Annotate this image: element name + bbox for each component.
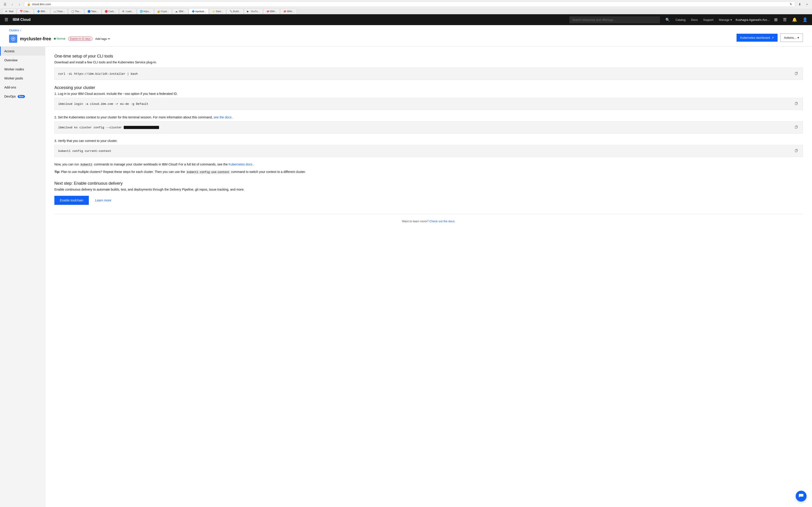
chevron-down-icon: ▾ (730, 18, 732, 21)
cluster-name: mycluster-free (20, 36, 51, 42)
step-1-copy-btn[interactable] (794, 101, 799, 107)
footer-area: Want to learn more? Check out the docs. (54, 214, 803, 228)
step-3-command: kubectl config current-context (54, 145, 803, 157)
tab-github2[interactable]: 🐙 IBM/... (280, 8, 297, 14)
reload-btn[interactable]: ↻ (790, 2, 792, 6)
forward-btn[interactable]: › (17, 2, 22, 7)
url-bar[interactable]: 🔒 cloud.ibm.com ↻ (24, 1, 795, 7)
step-3-code: kubectl config current-context (58, 150, 111, 153)
tab-crypt[interactable]: 🔐 Crypt... (154, 8, 172, 14)
nav-account[interactable]: Kushagra Agarwal's Acc... (735, 18, 770, 21)
tab-ibm2-label: IBM... (179, 10, 185, 13)
nav-manage-link[interactable]: Manage ▾ (719, 18, 732, 21)
step-1-code: ibmcloud login -a cloud.ibm.com -r eu-de… (58, 102, 148, 106)
list-icon[interactable]: ☰ (782, 16, 788, 23)
nav-catalog-link[interactable]: Catalog (675, 18, 686, 21)
next-step-section: Next step: Enable continuous delivery En… (54, 181, 803, 205)
actions-dropdown-button[interactable]: Actions... ▾ (780, 34, 803, 42)
tab-carb-favicon: 🔴 (105, 10, 107, 13)
nav-icons: ⊞ ☰ 🔔 👤 (773, 16, 808, 23)
sidebar-item-worker-nodes-label: Worker nodes (4, 67, 24, 71)
tab-myclust[interactable]: 🔷 myclust... (189, 8, 209, 14)
tab-crypt-favicon: 🔐 (157, 10, 160, 13)
back-btn[interactable]: ‹ (9, 2, 15, 7)
tab-ibm2[interactable]: ☁ IBM... (172, 8, 188, 14)
new-tab-btn[interactable]: + (804, 2, 810, 7)
sidebar: Access Overview Worker nodes Worker pool… (0, 47, 45, 507)
sidebar-item-worker-pools[interactable]: Worker pools (0, 74, 45, 83)
accessing-cluster-title: Accessing your cluster (54, 85, 803, 90)
tab-mail[interactable]: ✉ Mail (2, 8, 16, 14)
tab-ibm[interactable]: 🔷 IBM... (34, 8, 50, 14)
kubectl-code: kubectl (80, 163, 93, 167)
tab-carb-label: Carb... (108, 10, 116, 13)
tab-build-favicon: 🔨 (230, 10, 232, 13)
tab-tabs[interactable]: 🔵 Tabs... (85, 8, 101, 14)
enable-toolchain-button[interactable]: Enable toolchain (54, 196, 89, 205)
tab-github1-favicon: 🐙 (266, 10, 269, 13)
sidebar-item-overview-label: Overview (4, 58, 17, 62)
tab-crypt-label: Crypt... (161, 10, 169, 13)
step-2-copy-btn[interactable] (794, 125, 799, 130)
sidebar-item-devops[interactable]: DevOps New (0, 92, 45, 101)
tab-cale[interactable]: 📅 Cale... (17, 8, 34, 14)
tab-github1[interactable]: 🐙 IBM/... (263, 8, 280, 14)
nav-search-input[interactable] (569, 16, 660, 23)
tab-the[interactable]: 📋 The... (68, 8, 84, 14)
tab-build[interactable]: 🔨 Build... (226, 8, 244, 14)
chat-button[interactable] (796, 491, 807, 502)
tab-load[interactable]: ⚙ Load... (119, 8, 136, 14)
tab-carb[interactable]: 🔴 Carb... (102, 8, 119, 14)
tab-build-label: Build... (233, 10, 241, 13)
sidebar-toggle-btn[interactable]: ☰ (2, 2, 8, 7)
edit-icon: ✏ (108, 37, 110, 41)
sidebar-item-worker-nodes[interactable]: Worker nodes (0, 65, 45, 74)
tab-youtube-favicon: ▶ (247, 10, 250, 13)
step-1-command: ibmcloud login -a cloud.ibm.com -r eu-de… (54, 98, 803, 110)
tab-cale-label: Cale... (23, 10, 31, 13)
ibm-logo: IBM Cloud (13, 18, 566, 22)
user-icon[interactable]: 👤 (802, 16, 808, 23)
sidebar-item-devops-label: DevOps (4, 95, 16, 98)
sidebar-item-add-ons[interactable]: Add-ons (0, 83, 45, 92)
notifications-icon[interactable]: 🔔 (791, 16, 798, 23)
tab-load-favicon: ⚙ (122, 10, 125, 13)
sidebar-item-worker-pools-label: Worker pools (4, 76, 23, 80)
chevron-down-icon: ▾ (798, 36, 799, 39)
kubernetes-docs-link[interactable]: Kubernetes docs (229, 163, 252, 166)
nav-menu-btn[interactable]: ☰ (4, 16, 9, 23)
step-3-copy-btn[interactable] (794, 148, 799, 154)
tab-myclust-favicon: 🔷 (192, 10, 194, 13)
download-btn[interactable]: ⬇ (797, 2, 803, 7)
kubernetes-dashboard-button[interactable]: Kubernetes dashboard ↗ (737, 34, 777, 42)
page-container: Access Overview Worker nodes Worker pool… (0, 47, 812, 507)
cluster-icon (9, 35, 17, 43)
nav-search-btn[interactable]: 🔍 (664, 17, 672, 23)
tab-https[interactable]: 🌐 https... (137, 8, 154, 14)
check-out-docs-link[interactable]: Check out the docs. (429, 220, 455, 223)
next-step-description: Enable continuous delivery to automate b… (54, 188, 803, 191)
see-docs-link[interactable]: see the docs (214, 115, 232, 119)
cli-install-code: curl -sL https://ibm.biz/idt-installer |… (58, 72, 138, 75)
tab-ibm2-favicon: ☁ (175, 10, 178, 13)
cli-setup-title: One-time setup of your CLI tools (54, 54, 803, 59)
cli-setup-section: One-time setup of your CLI tools Downloa… (54, 54, 803, 80)
learn-more-link[interactable]: Learn more (95, 199, 111, 202)
add-tags-button[interactable]: Add tags ✏ (95, 37, 110, 41)
cli-install-copy-btn[interactable] (794, 71, 799, 76)
tab-tutor[interactable]: 📖 Tutor... (51, 8, 68, 14)
sidebar-item-access[interactable]: Access (0, 47, 45, 56)
breadcrumb-clusters[interactable]: Clusters (9, 29, 19, 32)
grid-icon[interactable]: ⊞ (773, 16, 778, 23)
tab-youtube[interactable]: ▶ YouTu... (244, 8, 263, 14)
tab-start[interactable]: ⭐ Start... (209, 8, 226, 14)
tab-tutor-favicon: 📖 (53, 10, 56, 13)
tab-start-favicon: ⭐ (212, 10, 215, 13)
cli-setup-description: Download and install a few CLI tools and… (54, 60, 803, 64)
nav-docs-link[interactable]: Docs (691, 18, 698, 21)
nav-support-link[interactable]: Support (703, 18, 714, 21)
status-label: Normal (57, 37, 65, 40)
svg-point-1 (12, 38, 14, 39)
sidebar-item-overview[interactable]: Overview (0, 56, 45, 65)
breadcrumb-nav: Clusters / mycluster-free Normal Expires… (9, 29, 110, 46)
